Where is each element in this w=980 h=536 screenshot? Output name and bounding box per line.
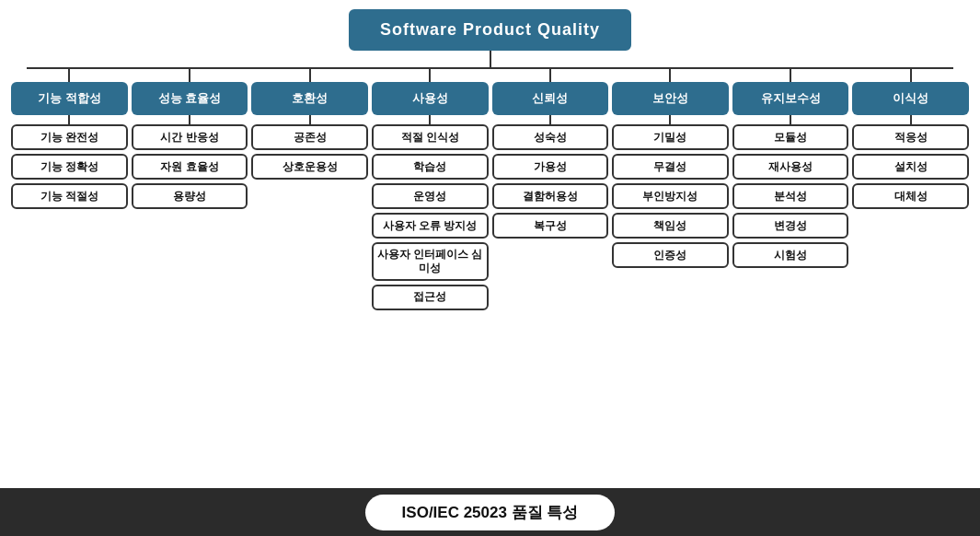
v-line-sub-maintainability xyxy=(790,115,791,124)
sub-items-portability: 적응성설치성대체성 xyxy=(852,124,969,209)
sub-items-reliability: 성숙성가용성결함허용성복구성 xyxy=(492,124,609,239)
sub-items-maintainability: 모듈성재사용성분석성변경성시험성 xyxy=(732,124,849,268)
sub-box-maintainability-1: 재사용성 xyxy=(732,154,849,180)
sub-box-usability-3: 사용자 오류 방지성 xyxy=(372,213,489,239)
sub-box-security-4: 인증성 xyxy=(612,242,729,268)
sub-box-functional-2: 기능 적절성 xyxy=(11,183,128,209)
cat-box-usability: 사용성 xyxy=(372,82,489,115)
v-line-cat-portability xyxy=(910,69,912,82)
sub-box-portability-1: 설치성 xyxy=(852,154,969,180)
v-line-sub-security xyxy=(669,115,671,124)
sub-box-portability-0: 적응성 xyxy=(852,124,969,150)
cat-box-reliability: 신뢰성 xyxy=(492,82,609,115)
category-col-functional: 기능 적합성기능 완전성기능 정확성기능 적절성 xyxy=(11,69,128,310)
sub-box-performance-2: 용량성 xyxy=(132,183,248,209)
sub-items-usability: 적절 인식성학습성운영성사용자 오류 방지성사용자 인터페이스 심미성접근성 xyxy=(372,124,489,310)
bottom-bar: ISO/IEC 25023 품질 특성 xyxy=(0,488,980,536)
sub-box-reliability-0: 성숙성 xyxy=(492,124,609,150)
sub-box-performance-0: 시간 반응성 xyxy=(132,124,248,150)
sub-box-usability-5: 접근성 xyxy=(372,285,489,310)
category-col-maintainability: 유지보수성모듈성재사용성분석성변경성시험성 xyxy=(732,69,849,310)
v-line-sub-reliability xyxy=(549,115,551,124)
cat-box-compatibility: 호환성 xyxy=(251,82,368,115)
v-line-sub-performance xyxy=(189,115,190,124)
sub-box-usability-2: 운영성 xyxy=(372,183,489,209)
sub-items-functional: 기능 완전성기능 정확성기능 적절성 xyxy=(11,124,128,209)
sub-items-performance: 시간 반응성자원 효율성용량성 xyxy=(132,124,248,209)
sub-box-maintainability-0: 모듈성 xyxy=(732,124,849,150)
cat-box-maintainability: 유지보수성 xyxy=(732,82,849,115)
v-line-cat-compatibility xyxy=(309,69,311,82)
v-line-cat-performance xyxy=(189,69,190,82)
bottom-label: ISO/IEC 25023 품질 특성 xyxy=(365,495,616,530)
category-col-usability: 사용성적절 인식성학습성운영성사용자 오류 방지성사용자 인터페이스 심미성접근… xyxy=(372,69,489,310)
sub-items-security: 기밀성무결성부인방지성책임성인증성 xyxy=(612,124,729,268)
v-line-sub-functional xyxy=(68,115,70,124)
v-line-sub-compatibility xyxy=(309,115,311,124)
v-line-root xyxy=(490,51,491,67)
cat-box-performance: 성능 효율성 xyxy=(132,82,248,115)
v-line-cat-maintainability xyxy=(790,69,791,82)
sub-box-maintainability-4: 시험성 xyxy=(732,242,849,268)
sub-box-functional-0: 기능 완전성 xyxy=(11,124,128,150)
sub-box-reliability-1: 가용성 xyxy=(492,154,609,180)
sub-box-maintainability-3: 변경성 xyxy=(732,213,849,239)
sub-box-usability-0: 적절 인식성 xyxy=(372,124,489,150)
sub-box-reliability-2: 결함허용성 xyxy=(492,183,609,209)
v-line-cat-usability xyxy=(429,69,431,82)
sub-box-security-0: 기밀성 xyxy=(612,124,729,150)
sub-box-maintainability-2: 분석성 xyxy=(732,183,849,209)
sub-box-security-2: 부인방지성 xyxy=(612,183,729,209)
root-node: Software Product Quality xyxy=(349,9,631,51)
sub-box-compatibility-1: 상호운용성 xyxy=(251,154,368,180)
sub-box-reliability-3: 복구성 xyxy=(492,213,609,239)
v-line-cat-reliability xyxy=(549,69,551,82)
sub-items-compatibility: 공존성상호운용성 xyxy=(251,124,368,180)
main-container: Software Product Quality 기능 적합성기능 완전성기능 … xyxy=(0,0,980,310)
category-col-portability: 이식성적응성설치성대체성 xyxy=(852,69,969,310)
sub-box-portability-2: 대체성 xyxy=(852,183,969,209)
sub-box-performance-1: 자원 효율성 xyxy=(132,154,248,180)
category-row: 기능 적합성기능 완전성기능 정확성기능 적절성성능 효율성시간 반응성자원 효… xyxy=(7,69,973,310)
sub-box-usability-4: 사용자 인터페이스 심미성 xyxy=(372,242,489,281)
v-line-sub-portability xyxy=(910,115,912,124)
category-col-compatibility: 호환성공존성상호운용성 xyxy=(251,69,368,310)
v-line-cat-functional xyxy=(68,69,70,82)
cat-box-functional: 기능 적합성 xyxy=(11,82,128,115)
v-line-sub-usability xyxy=(429,115,431,124)
category-col-reliability: 신뢰성성숙성가용성결함허용성복구성 xyxy=(492,69,609,310)
sub-box-security-1: 무결성 xyxy=(612,154,729,180)
category-col-performance: 성능 효율성시간 반응성자원 효율성용량성 xyxy=(132,69,248,310)
sub-box-functional-1: 기능 정확성 xyxy=(11,154,128,180)
sub-box-compatibility-0: 공존성 xyxy=(251,124,368,150)
v-line-cat-security xyxy=(669,69,671,82)
cat-box-security: 보안성 xyxy=(612,82,729,115)
sub-box-usability-1: 학습성 xyxy=(372,154,489,180)
sub-box-security-3: 책임성 xyxy=(612,213,729,239)
cat-box-portability: 이식성 xyxy=(852,82,969,115)
category-col-security: 보안성기밀성무결성부인방지성책임성인증성 xyxy=(612,69,729,310)
